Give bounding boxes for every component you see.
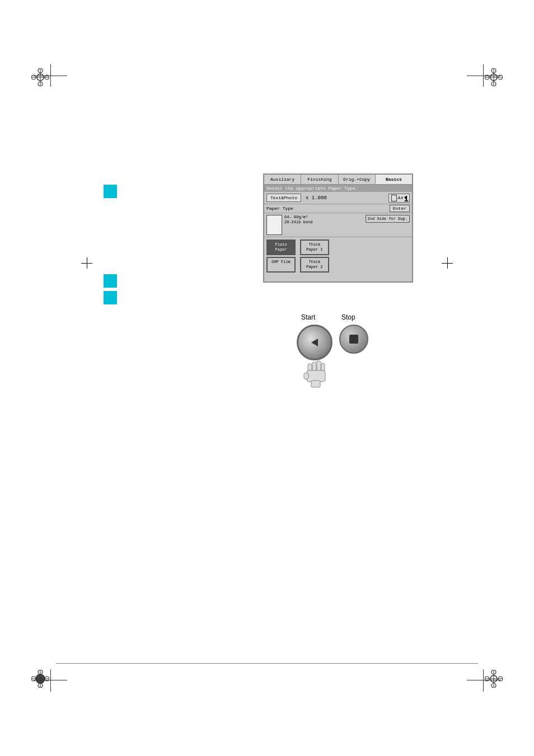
corner-line-tl-v — [50, 64, 51, 87]
paper-type-label: Paper Type — [266, 206, 293, 211]
lcd-tabs: Auxiliary Finishing Orig.+Copy Basics — [264, 175, 412, 185]
lcd-zoom-level: x 1.000 — [303, 195, 329, 201]
tab-finishing[interactable]: Finishing — [301, 175, 338, 184]
start-button-inner — [302, 330, 327, 355]
svg-marker-28 — [311, 339, 318, 346]
lcd-paper-row-1: PlainPaper ThickPaper 1 — [266, 240, 410, 255]
tab-basics[interactable]: Basics — [376, 175, 412, 184]
registration-mark-bl — [31, 670, 49, 688]
lcd-display: Auxiliary Finishing Orig.+Copy Basics Se… — [263, 173, 413, 283]
lcd-plain-paper-button[interactable]: PlainPaper — [266, 240, 296, 255]
corner-line-br-v — [483, 669, 484, 692]
lcd-ohp-film-button[interactable]: OHP Film — [266, 257, 296, 273]
registration-mark-tl — [31, 68, 49, 86]
svg-rect-35 — [311, 381, 320, 387]
lcd-paper-preview — [266, 215, 282, 235]
corner-line-bl-v — [50, 669, 51, 692]
paper-spec-line2: 20-24lb bond — [284, 220, 363, 225]
tab-orig-copy[interactable]: Orig.+Copy — [339, 175, 376, 184]
registration-mark-tr — [485, 68, 503, 86]
start-label: Start — [301, 313, 315, 321]
lcd-thick-paper-1-button[interactable]: ThickPaper 1 — [300, 240, 329, 255]
paper-size-icon — [391, 195, 397, 201]
lcd-enter-button[interactable]: Enter — [390, 205, 410, 212]
lcd-control-row: Text&Photo x 1.000 A4 ▼ — [264, 192, 412, 204]
lcd-paper-row-2: OHP Film ThickPaper 2 — [266, 257, 410, 273]
start-stop-area: Start Stop — [297, 313, 397, 392]
start-button[interactable] — [297, 325, 332, 360]
corner-line-tr-h — [467, 76, 500, 76]
lcd-2nd-side-button[interactable]: 2nd Side for Dup. — [366, 215, 410, 223]
step-indicator-3 — [104, 291, 117, 304]
stop-label: Stop — [341, 313, 355, 321]
corner-line-br-h — [467, 680, 500, 680]
paper-spec-line1: 64- 90g/m² — [284, 215, 363, 220]
lcd-paper-type-bar: Paper Type Enter — [264, 204, 412, 213]
start-icon — [308, 336, 321, 349]
lcd-status-bar: Select the appropriate Paper Type. — [264, 185, 412, 192]
hand-cursor-illustration — [301, 359, 329, 390]
lcd-mode-button[interactable]: Text&Photo — [266, 194, 301, 202]
svg-rect-33 — [307, 370, 325, 382]
lcd-page-number: 1 — [404, 195, 409, 204]
bottom-rule-line — [56, 663, 478, 664]
corner-line-tr-v — [483, 64, 484, 87]
step-indicator-1 — [104, 185, 117, 198]
lcd-paper-area: 64- 90g/m² 20-24lb bond 2nd Side for Dup… — [264, 213, 412, 237]
registration-mark-br — [485, 670, 503, 688]
lcd-paper-info: 64- 90g/m² 20-24lb bond — [284, 215, 363, 235]
stop-icon — [349, 335, 358, 344]
step-indicator-2 — [104, 274, 117, 288]
paper-size-label: A4 — [398, 195, 404, 200]
stop-button[interactable] — [339, 325, 368, 354]
lcd-paper-buttons: PlainPaper ThickPaper 1 OHP Film ThickPa… — [264, 237, 412, 275]
tab-auxiliary[interactable]: Auxiliary — [264, 175, 301, 184]
lcd-thick-paper-2-button[interactable]: ThickPaper 2 — [300, 257, 329, 273]
svg-rect-34 — [304, 373, 308, 379]
